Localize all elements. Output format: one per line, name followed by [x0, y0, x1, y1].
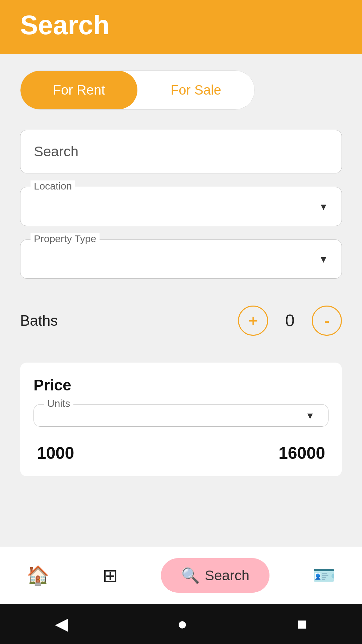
price-section: Price Units 1000 16000: [20, 363, 342, 476]
nav-home[interactable]: 🏠: [16, 561, 60, 590]
nav-profile[interactable]: 🪪: [302, 561, 346, 590]
search-field-container: [20, 130, 342, 173]
location-label: Location: [31, 180, 75, 192]
home-icon: 🏠: [26, 565, 50, 586]
units-dropdown[interactable]: Units: [34, 404, 328, 427]
location-value: [34, 199, 328, 216]
baths-decrement-button[interactable]: -: [312, 306, 342, 336]
search-input[interactable]: [34, 144, 328, 160]
nav-search-button[interactable]: 🔍 Search: [161, 558, 269, 593]
property-type-label: Property Type: [31, 233, 100, 245]
baths-section: Baths + 0 -: [20, 292, 342, 349]
android-navigation-bar: ◀ ● ■: [0, 604, 362, 644]
price-min: 1000: [37, 443, 74, 463]
units-chevron-icon: [305, 410, 315, 421]
for-rent-tab[interactable]: For Rent: [20, 71, 137, 109]
property-type-value: [34, 252, 328, 268]
units-label: Units: [44, 398, 73, 409]
page-title: Search: [20, 10, 110, 41]
android-back-button[interactable]: ◀: [55, 614, 68, 634]
plus-icon: +: [248, 311, 258, 330]
baths-value: 0: [282, 311, 298, 330]
bottom-navigation: 🏠 ⊞ 🔍 Search 🪪: [0, 547, 362, 604]
baths-increment-button[interactable]: +: [238, 306, 268, 336]
android-home-button[interactable]: ●: [177, 614, 187, 634]
profile-icon: 🪪: [312, 565, 336, 586]
price-range: 1000 16000: [34, 443, 328, 463]
rent-sale-toggle[interactable]: For Rent For Sale: [20, 70, 255, 110]
property-type-chevron-icon: [319, 254, 328, 265]
property-type-dropdown[interactable]: Property Type: [20, 239, 342, 279]
header: Search: [0, 0, 362, 54]
price-max: 16000: [279, 443, 325, 463]
minus-icon: -: [324, 311, 330, 330]
location-chevron-icon: [319, 201, 328, 212]
search-icon: 🔍: [181, 567, 200, 584]
nav-search-label: Search: [205, 568, 249, 584]
content-area: For Rent For Sale Location Property Type…: [0, 54, 362, 547]
grid-icon: ⊞: [103, 565, 118, 586]
android-recent-button[interactable]: ■: [297, 614, 307, 634]
baths-controls: + 0 -: [238, 306, 342, 336]
price-title: Price: [34, 376, 328, 394]
location-dropdown[interactable]: Location: [20, 187, 342, 226]
for-sale-tab[interactable]: For Sale: [137, 71, 254, 109]
nav-grid[interactable]: ⊞: [93, 561, 128, 590]
baths-label: Baths: [20, 312, 238, 329]
